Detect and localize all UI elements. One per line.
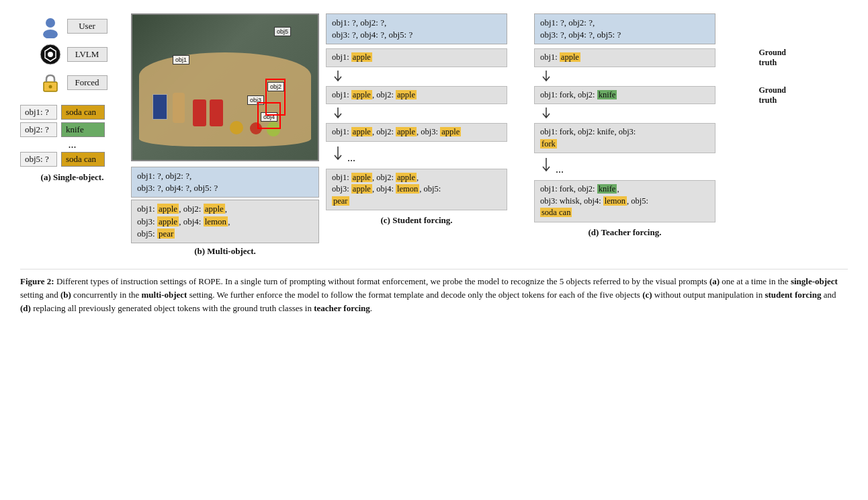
forced-label-box: Forced <box>67 75 107 90</box>
forced-row: Forced <box>38 70 107 95</box>
obj2-photo-tag: obj2 <box>267 82 284 91</box>
student-final: obj1: apple, obj2: apple, obj3: apple, o… <box>326 169 507 211</box>
multi-obj1-val: apple <box>157 204 179 214</box>
t-step1-highlight: apple <box>560 52 580 62</box>
student-dots: ... <box>326 144 507 165</box>
caption-d-ref: (d) <box>20 303 31 313</box>
teacher-query: obj1: ?, obj2: ?,obj3: ?, obj4: ?, obj5:… <box>534 13 715 44</box>
can1 <box>193 99 206 126</box>
figure-container: User LVLM <box>20 13 848 315</box>
svg-point-5 <box>48 85 52 89</box>
multi-obj2-val: apple <box>204 204 225 214</box>
obj4-photo-tag: obj4 <box>261 112 277 122</box>
user-label-box: User <box>67 19 107 34</box>
svg-point-1 <box>43 30 58 38</box>
teacher-step3: obj1: fork, obj2: knife, obj3:fork <box>534 123 715 153</box>
photo-inner: obj5 obj1 obj2 obj3 obj4 <box>132 15 318 160</box>
multi-obj3-val: apple <box>157 216 179 226</box>
student-step2-row: obj1: apple, obj2: apple Predictedclass <box>326 86 507 105</box>
top-section: User LVLM <box>20 13 848 257</box>
photo-image: obj5 obj1 obj2 obj3 obj4 <box>131 13 319 161</box>
teacher-step3-row: obj1: fork, obj2: knife, obj3:fork <box>534 123 715 153</box>
single-dots: ... <box>20 137 124 152</box>
teacher-final: obj1: fork, obj2: knife, obj3: whisk, ob… <box>534 180 715 222</box>
arrow-2 <box>331 106 507 120</box>
svg-point-0 <box>46 18 55 28</box>
obj-row-2: obj2: ? knife <box>20 122 124 137</box>
obj2-key: obj2: ? <box>20 122 57 137</box>
t-step3-highlight: fork <box>540 139 557 149</box>
left-panel: User LVLM <box>20 13 124 183</box>
bottle <box>173 93 185 123</box>
student-final-val: pear <box>332 196 349 206</box>
caption-figure-ref: Figure 2: <box>20 276 54 286</box>
svg-point-3 <box>48 52 53 57</box>
multi-obj4-val: lemon <box>204 216 228 226</box>
lvlm-icon <box>38 42 63 67</box>
single-obj-section: obj1: ? soda can obj2: ? knife ... obj5:… <box>20 105 124 167</box>
teacher-final-row: obj1: fork, obj2: knife, obj3: whisk, ob… <box>534 180 715 222</box>
ground-truth-label-1: Groundtruth <box>759 48 786 68</box>
multi-query-box: obj1: ?, obj2: ?,obj3: ?, obj4: ?, obj5:… <box>131 167 319 198</box>
obj5-photo-tag: obj5 <box>274 27 291 36</box>
teacher-step1-row: obj1: apple Groundtruth <box>534 48 715 67</box>
obj1-val: soda can <box>61 105 105 120</box>
student-query: obj1: ?, obj2: ?,obj3: ?, obj4: ?, obj5:… <box>326 13 507 44</box>
ground-truth-label-2: Groundtruth <box>759 85 786 106</box>
caption-student-forcing: student forcing <box>765 290 821 300</box>
caption-multi-obj: multi-object <box>142 290 187 300</box>
obj2-val: knife <box>61 122 105 137</box>
panel-a-label: (a) Single-object. <box>41 172 104 183</box>
caption-a-ref: (a) <box>709 276 720 286</box>
lvlm-row: LVLM <box>38 42 107 67</box>
s2-h2: apple <box>396 90 417 99</box>
teacher-step2: obj1: fork, obj2: knife <box>534 86 715 105</box>
student-step1-row: obj1: apple Predictedclass <box>326 48 507 67</box>
student-final-row: obj1: apple, obj2: apple, obj3: apple, o… <box>326 169 507 211</box>
lvlm-label-box: LVLM <box>67 47 107 62</box>
obj1-photo-tag: obj1 <box>173 55 189 65</box>
s2-h1: apple <box>351 90 372 99</box>
can2 <box>210 99 223 126</box>
obj-row-5: obj5: ? soda can <box>20 152 124 167</box>
teacher-arrow-1 <box>539 69 715 83</box>
student-forcing-panel: obj1: ?, obj2: ?,obj3: ?, obj4: ?, obj5:… <box>326 13 507 226</box>
teacher-final-val: soda can <box>540 208 572 217</box>
oreo-box <box>153 94 167 120</box>
panel-d-label: (d) Teacher forcing. <box>534 227 715 238</box>
obj-row-1: obj1: ? soda can <box>20 105 124 120</box>
panel-c-label: (c) Student forcing. <box>326 215 507 226</box>
user-icon <box>38 13 63 39</box>
s-step1-highlight: apple <box>351 52 372 62</box>
caption-c-ref: (c) <box>642 290 652 300</box>
multi-answer-box: obj1: apple, obj2: apple, obj3: apple, o… <box>131 200 319 243</box>
student-step1: obj1: apple <box>326 48 507 67</box>
apple1 <box>250 122 262 134</box>
teacher-step1: obj1: apple <box>534 48 715 67</box>
caption-single-obj: single-object <box>791 276 838 286</box>
obj5-val: soda can <box>61 152 105 167</box>
figure-caption: Figure 2: Different types of instruction… <box>20 269 848 315</box>
t-step2-highlight: knife <box>597 90 617 99</box>
caption-b-ref: (b) <box>60 290 71 300</box>
user-row: User <box>38 13 107 39</box>
obj1-key: obj1: ? <box>20 105 57 120</box>
obj5-key: obj5: ? <box>20 152 57 167</box>
student-step3: obj1: apple, obj2: apple, obj3: apple <box>326 123 507 142</box>
arrow-1 <box>331 69 507 83</box>
obj3-photo-tag: obj3 <box>247 95 264 105</box>
lemon <box>230 121 243 134</box>
teacher-arrow-2 <box>539 106 715 120</box>
lock-icon <box>38 70 63 95</box>
student-step3-row: obj1: apple, obj2: apple, obj3: apple <box>326 123 507 142</box>
photo-section: obj5 obj1 obj2 obj3 obj4 <box>131 13 319 257</box>
multi-obj-section: obj1: ?, obj2: ?,obj3: ?, obj4: ?, obj5:… <box>131 167 319 257</box>
teacher-forcing-panel: obj1: ?, obj2: ?,obj3: ?, obj4: ?, obj5:… <box>534 13 715 238</box>
multi-obj5-val: pear <box>157 228 175 239</box>
teacher-dots: ... <box>534 155 715 177</box>
student-step2: obj1: apple, obj2: apple <box>326 86 507 105</box>
pear <box>267 122 280 136</box>
panel-b-label: (b) Multi-object. <box>131 246 319 257</box>
teacher-step2-row: obj1: fork, obj2: knife Groundtruth <box>534 86 715 105</box>
caption-teacher-forcing: teacher forcing <box>314 303 370 313</box>
